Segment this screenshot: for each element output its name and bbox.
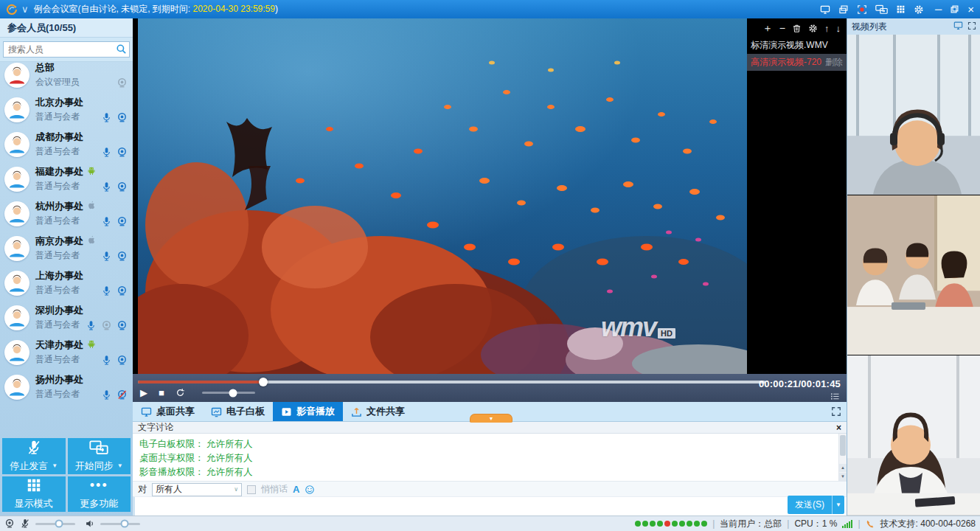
remove-icon[interactable]: − — [779, 23, 785, 33]
stop-speaking-button[interactable]: 停止发言▼ — [2, 438, 66, 474]
progress-bar[interactable] — [138, 381, 765, 384]
webcam-icon[interactable] — [4, 518, 15, 529]
restore-icon[interactable] — [950, 4, 959, 14]
minimize-icon[interactable]: ─ — [935, 4, 942, 14]
send-button[interactable]: 发送(S) ▼ — [788, 496, 844, 514]
scrollbar-thumb[interactable] — [840, 435, 846, 456]
participant-role: 普通与会者 — [35, 215, 97, 227]
send-options-caret-icon[interactable]: ▼ — [832, 496, 844, 514]
delete-link[interactable]: 删除 — [825, 56, 843, 69]
microphone-icon[interactable] — [101, 181, 112, 192]
webcam-icon[interactable] — [117, 147, 128, 158]
whisper-checkbox[interactable] — [247, 485, 256, 494]
participant-row[interactable]: 杭州办事处 普通与会者 — [0, 196, 133, 231]
move-down-icon[interactable]: ↓ — [836, 24, 841, 33]
playlist-item-selected[interactable]: 高清演示视频-720P.wmv 删除 — [747, 54, 847, 71]
gear-icon[interactable] — [808, 24, 818, 33]
mic-muted-icon[interactable] — [20, 518, 30, 529]
dropdown-caret-icon[interactable]: ▼ — [117, 462, 123, 469]
trash-icon[interactable] — [792, 24, 802, 33]
add-icon[interactable]: ＋ — [762, 23, 773, 33]
progress-thumb[interactable] — [259, 378, 268, 386]
participant-row[interactable]: 总部 会议管理员 — [0, 58, 133, 92]
webcam-icon[interactable] — [117, 181, 128, 192]
webcam-icon[interactable] — [117, 112, 128, 123]
participant-row[interactable]: 南京办事处 普通与会者 — [0, 231, 133, 266]
webcam-icon[interactable] — [117, 320, 128, 331]
scroll-down-icon[interactable]: ▼ — [839, 473, 847, 481]
playlist-item[interactable]: 标清演示视频.WMV — [747, 37, 847, 54]
microphone-icon[interactable] — [101, 389, 112, 400]
chat-input[interactable]: 发送(S) ▼ — [133, 496, 847, 516]
sync-displays-icon[interactable] — [875, 4, 888, 15]
tab-media-play[interactable]: 影音播放 — [273, 402, 343, 421]
fullscreen-icon[interactable] — [831, 406, 841, 417]
expand-icon[interactable] — [967, 21, 976, 32]
webcam-icon[interactable] — [117, 285, 128, 296]
webcam-feed[interactable] — [847, 35, 980, 195]
search-input[interactable] — [3, 41, 130, 58]
recipient-select[interactable]: 所有人∨ — [152, 483, 242, 496]
start-sync-button[interactable]: 开始同步▼ — [68, 438, 131, 474]
webcam-icon[interactable] — [117, 251, 128, 262]
webcam-feed[interactable] — [847, 355, 980, 516]
search-icon[interactable] — [116, 44, 127, 58]
media-play-icon — [281, 406, 292, 417]
webcam-icon[interactable] — [117, 355, 128, 366]
android-icon — [86, 339, 97, 352]
webcam-icon[interactable] — [117, 216, 128, 227]
network-signal-icon — [842, 520, 852, 528]
microphone-icon[interactable] — [101, 251, 112, 262]
participant-row[interactable]: 上海办事处 普通与会者 — [0, 266, 133, 300]
display-grid-icon[interactable] — [896, 4, 906, 14]
display-mode-button[interactable]: 显示模式 — [2, 476, 66, 513]
presenter-monitor-icon[interactable] — [820, 4, 830, 15]
speaker-icon[interactable] — [85, 518, 95, 529]
microphone-icon[interactable] — [101, 147, 112, 158]
webcam-off-icon[interactable] — [117, 389, 128, 400]
microphone-icon[interactable] — [101, 355, 112, 366]
menu-chevron-icon[interactable]: ∨ — [21, 4, 29, 14]
collapse-handle[interactable]: ▼ — [470, 414, 512, 423]
player-volume-slider[interactable] — [202, 392, 255, 394]
progress-fill — [138, 381, 263, 384]
play-icon[interactable]: ▶ — [140, 388, 147, 398]
speaker-volume-slider[interactable] — [100, 523, 140, 525]
webcam-feed[interactable] — [847, 195, 980, 356]
font-button[interactable]: A — [293, 484, 299, 495]
close-icon[interactable]: × — [967, 4, 974, 15]
microphone-icon[interactable] — [86, 320, 97, 331]
participant-role: 普通与会者 — [35, 353, 97, 366]
stop-icon[interactable]: ■ — [159, 388, 164, 398]
emoji-icon[interactable] — [305, 485, 315, 495]
participant-row[interactable]: 扬州办事处 普通与会者 — [0, 369, 133, 404]
chat-scrollbar[interactable]: ▲ ▼ — [838, 434, 847, 481]
more-functions-button[interactable]: ••• 更多功能 — [68, 476, 131, 513]
chat-close-icon[interactable]: × — [836, 423, 841, 432]
volume-thumb[interactable] — [229, 389, 237, 397]
webcam-icon[interactable] — [117, 77, 128, 88]
participant-row[interactable]: 福建办事处 普通与会者 — [0, 162, 133, 196]
participant-row[interactable]: 天津办事处 普通与会者 — [0, 335, 133, 369]
participant-row[interactable]: 深圳办事处 普通与会者 — [0, 300, 133, 335]
scroll-up-icon[interactable]: ▲ — [839, 464, 847, 472]
display-icon[interactable] — [953, 21, 963, 32]
participant-row[interactable]: 北京办事处 普通与会者 — [0, 92, 133, 127]
tab-desktop-share[interactable]: 桌面共享 — [133, 402, 203, 421]
tab-whiteboard[interactable]: 电子白板 — [203, 402, 273, 421]
microphone-icon[interactable] — [101, 216, 112, 227]
microphone-icon[interactable] — [101, 285, 112, 296]
loop-icon[interactable] — [176, 388, 185, 398]
tab-file-share[interactable]: 文件共享 — [343, 402, 413, 421]
windows-view-icon[interactable] — [838, 4, 849, 15]
microphone-icon[interactable] — [101, 112, 112, 123]
participant-name: 杭州办事处 — [35, 200, 83, 213]
record-icon[interactable] — [857, 4, 867, 15]
dropdown-caret-icon[interactable]: ▼ — [52, 462, 58, 469]
webcam-disabled-icon[interactable] — [101, 320, 112, 331]
move-up-icon[interactable]: ↑ — [824, 24, 830, 33]
mic-volume-slider[interactable] — [35, 523, 75, 525]
avatar — [4, 236, 29, 261]
participant-row[interactable]: 成都办事处 普通与会者 — [0, 127, 133, 162]
settings-gear-icon[interactable] — [914, 4, 924, 15]
